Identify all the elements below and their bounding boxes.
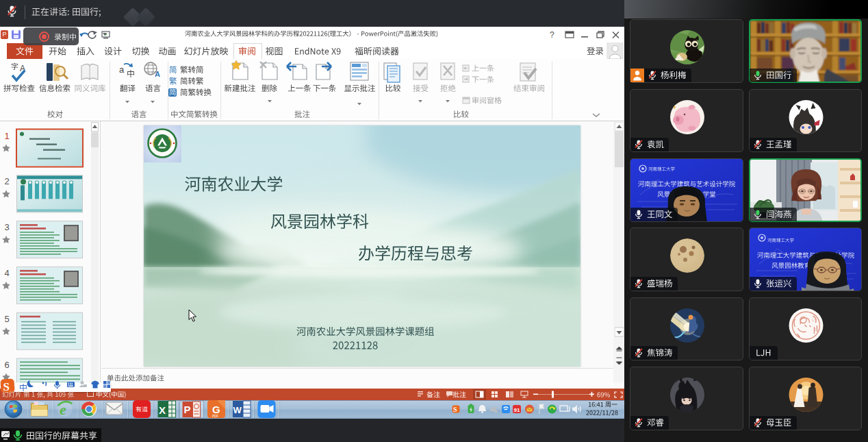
svg-text:a: a [119, 64, 125, 75]
svg-text:X: X [159, 404, 166, 416]
svg-text:PDF: PDF [212, 415, 218, 418]
svg-text:P: P [184, 404, 191, 415]
svg-text:G: G [212, 404, 220, 415]
svg-text:W: W [233, 405, 242, 415]
svg-text:J: J [815, 328, 816, 332]
svg-text:S: S [3, 380, 10, 393]
svg-text:S: S [453, 406, 457, 413]
svg-text:A: A [155, 70, 160, 78]
svg-text:91: 91 [514, 407, 520, 413]
